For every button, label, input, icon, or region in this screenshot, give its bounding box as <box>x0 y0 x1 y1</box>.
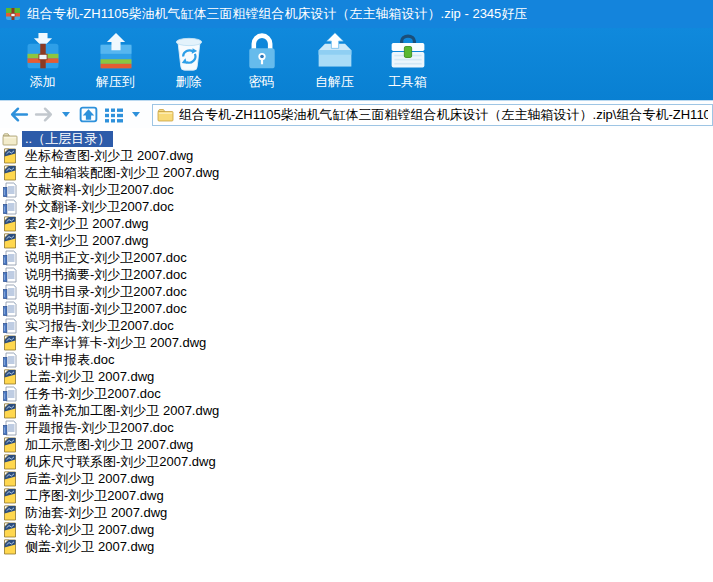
address-bar[interactable]: 组合专机-ZH1105柴油机气缸体三面粗镗组合机床设计（左主轴箱设计）.zip\… <box>152 104 713 126</box>
list-item[interactable]: 侧盖-刘少卫 2007.dwg <box>0 538 713 555</box>
view-mode-button[interactable] <box>102 103 126 127</box>
titlebar: 组合专机-ZH1105柴油机气缸体三面粗镗组合机床设计（左主轴箱设计）.zip … <box>0 0 713 28</box>
navbar: 组合专机-ZH1105柴油机气缸体三面粗镗组合机床设计（左主轴箱设计）.zip\… <box>0 100 713 128</box>
delete-icon <box>167 32 211 72</box>
file-name: 左主轴箱装配图-刘少卫 2007.dwg <box>22 165 222 181</box>
doc-file-icon <box>2 420 18 436</box>
list-item[interactable]: 左主轴箱装配图-刘少卫 2007.dwg <box>0 164 713 181</box>
list-item[interactable]: 机床尺寸联系图-刘少卫2007.dwg <box>0 453 713 470</box>
delete-button[interactable]: 删除 <box>152 28 225 100</box>
file-name: 工序图-刘少卫2007.dwg <box>22 488 167 504</box>
dwg-file-icon <box>2 216 18 232</box>
back-arrow-icon <box>12 109 27 121</box>
view-grid-icon <box>104 107 124 123</box>
list-item[interactable]: ..（上层目录） <box>0 130 713 147</box>
password-icon <box>240 32 284 72</box>
list-item[interactable]: 防油套-刘少卫 2007.dwg <box>0 504 713 521</box>
file-name: 说明书封面-刘少卫2007.doc <box>22 301 190 317</box>
toolbar-button-label: 自解压 <box>315 73 354 91</box>
list-item[interactable]: 实习报告-刘少卫2007.doc <box>0 317 713 334</box>
list-item[interactable]: 任务书-刘少卫2007.doc <box>0 385 713 402</box>
self-extract-button[interactable]: 自解压 <box>298 28 371 100</box>
app-window: 组合专机-ZH1105柴油机气缸体三面粗镗组合机床设计（左主轴箱设计）.zip … <box>0 0 713 582</box>
list-item[interactable]: 说明书目录-刘少卫2007.doc <box>0 283 713 300</box>
list-item[interactable]: 工序图-刘少卫2007.dwg <box>0 487 713 504</box>
app-icon[interactable] <box>5 6 21 22</box>
extract-to-button[interactable]: 解压到 <box>79 28 152 100</box>
list-item[interactable]: 前盖补充加工图-刘少卫 2007.dwg <box>0 402 713 419</box>
file-name: 坐标检查图-刘少卫 2007.dwg <box>22 148 196 164</box>
list-item[interactable]: 说明书封面-刘少卫2007.doc <box>0 300 713 317</box>
list-item[interactable]: 文献资料-刘少卫2007.doc <box>0 181 713 198</box>
doc-file-icon <box>2 182 18 198</box>
dwg-file-icon <box>2 403 18 419</box>
list-item[interactable]: 生产率计算卡-刘少卫 2007.dwg <box>0 334 713 351</box>
file-name: 后盖-刘少卫 2007.dwg <box>22 471 157 487</box>
toolbox-button[interactable]: 工具箱 <box>371 28 444 100</box>
forward-button[interactable] <box>32 103 56 127</box>
folder-icon <box>157 108 174 122</box>
up-level-icon <box>78 105 99 124</box>
file-name: 说明书正文-刘少卫2007.doc <box>22 250 190 266</box>
file-name: 开题报告-刘少卫2007.doc <box>22 420 177 436</box>
doc-file-icon <box>2 250 18 266</box>
file-list: ..（上层目录） 坐标检查图-刘少卫 2007.dwg 左主轴箱装配图-刘少卫 … <box>0 128 713 582</box>
list-item[interactable]: 说明书摘要-刘少卫2007.doc <box>0 266 713 283</box>
dwg-file-icon <box>2 335 18 351</box>
dwg-file-icon <box>2 165 18 181</box>
file-name: 任务书-刘少卫2007.doc <box>22 386 164 402</box>
file-name: 设计申报表.doc <box>22 352 118 368</box>
list-item[interactable]: 外文翻译-刘少卫2007.doc <box>0 198 713 215</box>
list-item[interactable]: 套1-刘少卫 2007.dwg <box>0 232 713 249</box>
list-item[interactable]: 加工示意图-刘少卫 2007.dwg <box>0 436 713 453</box>
file-name: 防油套-刘少卫 2007.dwg <box>22 505 170 521</box>
file-name: 机床尺寸联系图-刘少卫2007.dwg <box>22 454 219 470</box>
list-item[interactable]: 上盖-刘少卫 2007.dwg <box>0 368 713 385</box>
address-path: 组合专机-ZH1105柴油机气缸体三面粗镗组合机床设计（左主轴箱设计）.zip\… <box>179 106 708 124</box>
toolbar-button-label: 添加 <box>30 73 56 91</box>
dwg-file-icon <box>2 505 18 521</box>
history-dropdown-icon[interactable] <box>62 112 70 117</box>
list-item[interactable]: 说明书正文-刘少卫2007.doc <box>0 249 713 266</box>
doc-file-icon <box>2 199 18 215</box>
folder-up-icon <box>2 131 18 147</box>
file-name: 齿轮-刘少卫 2007.dwg <box>22 522 157 538</box>
forward-arrow-icon <box>36 109 51 121</box>
list-item[interactable]: 坐标检查图-刘少卫 2007.dwg <box>0 147 713 164</box>
view-dropdown-icon[interactable] <box>132 112 140 117</box>
up-level-button[interactable] <box>76 103 100 127</box>
doc-file-icon <box>2 301 18 317</box>
dwg-file-icon <box>2 488 18 504</box>
file-name: 套1-刘少卫 2007.dwg <box>22 233 152 249</box>
list-item[interactable]: 开题报告-刘少卫2007.doc <box>0 419 713 436</box>
toolbar-button-label: 密码 <box>249 73 275 91</box>
toolbar-button-label: 工具箱 <box>388 73 427 91</box>
back-button[interactable] <box>6 103 30 127</box>
dwg-file-icon <box>2 437 18 453</box>
extract-to-icon <box>94 32 138 72</box>
toolbox-icon <box>386 32 430 72</box>
window-title: 组合专机-ZH1105柴油机气缸体三面粗镗组合机床设计（左主轴箱设计）.zip … <box>27 5 527 23</box>
file-name: 说明书摘要-刘少卫2007.doc <box>22 267 190 283</box>
list-item[interactable]: 设计申报表.doc <box>0 351 713 368</box>
list-item[interactable]: 后盖-刘少卫 2007.dwg <box>0 470 713 487</box>
file-name: 加工示意图-刘少卫 2007.dwg <box>22 437 196 453</box>
doc-file-icon <box>2 267 18 283</box>
self-extract-icon <box>313 32 357 72</box>
toolbar-button-label: 解压到 <box>96 73 135 91</box>
add-archive-icon <box>21 32 65 72</box>
list-item[interactable]: 齿轮-刘少卫 2007.dwg <box>0 521 713 538</box>
dwg-file-icon <box>2 454 18 470</box>
password-button[interactable]: 密码 <box>225 28 298 100</box>
list-item[interactable]: 套2-刘少卫 2007.dwg <box>0 215 713 232</box>
doc-file-icon <box>2 318 18 334</box>
doc-file-icon <box>2 386 18 402</box>
file-name: 前盖补充加工图-刘少卫 2007.dwg <box>22 403 222 419</box>
toolbar: 添加 解压到 删除 密码 自解压 工具箱 <box>0 28 713 100</box>
file-name: 实习报告-刘少卫2007.doc <box>22 318 177 334</box>
add-button[interactable]: 添加 <box>6 28 79 100</box>
toolbar-button-label: 删除 <box>176 73 202 91</box>
dwg-file-icon <box>2 471 18 487</box>
dwg-file-icon <box>2 369 18 385</box>
file-name: 套2-刘少卫 2007.dwg <box>22 216 152 232</box>
